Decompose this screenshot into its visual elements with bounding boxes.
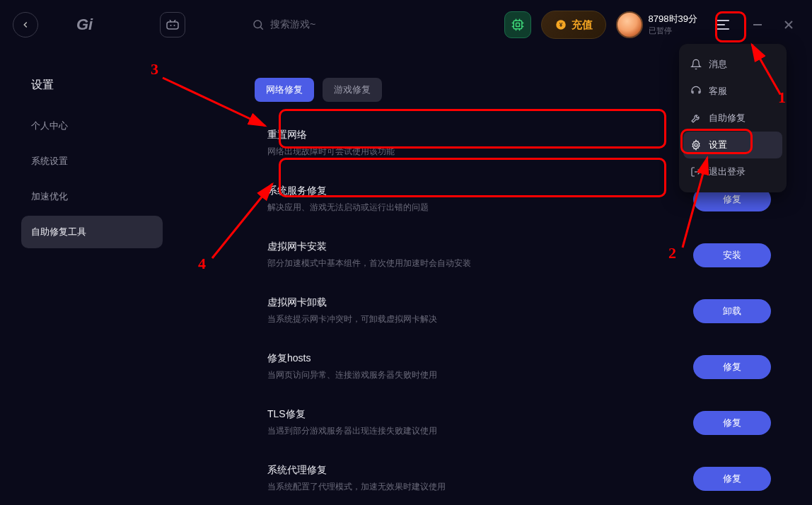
sidebar-item-system[interactable]: 系统设置 — [21, 145, 163, 178]
row-tls: TLS修复 当遇到部分游戏服务器出现连接失败建议使用 修复 — [255, 398, 784, 447]
row-hosts: 修复hosts 当网页访问异常、连接游戏服务器失败时使用 修复 — [255, 342, 784, 391]
coin-icon: ¥ — [555, 18, 567, 31]
user-time: 8798时39分 — [649, 13, 697, 25]
game-chip-icon[interactable] — [504, 11, 531, 38]
row-desc: 网络出现故障时可尝试使用该功能 — [267, 146, 693, 158]
svg-text:Gi: Gi — [76, 16, 93, 33]
sidebar-item-repair[interactable]: 自助修复工具 — [21, 216, 163, 248]
row-title: 修复hosts — [267, 352, 693, 365]
avatar — [616, 11, 643, 38]
sidebar: 设置 个人中心 系统设置 加速优化 自助修复工具 — [0, 78, 184, 505]
repair-button[interactable]: 修复 — [693, 467, 771, 491]
search-input[interactable]: 搜索游戏~ — [252, 18, 315, 31]
row-vnic-uninstall: 虚拟网卡卸载 当系统提示网卡冲突时，可卸载虚拟网卡解决 卸载 — [255, 286, 784, 335]
row-desc: 当系统配置了代理模式，加速无效果时建议使用 — [267, 481, 693, 493]
svg-line-29 — [752, 45, 780, 94]
repair-button[interactable]: 修复 — [693, 355, 771, 379]
recharge-button[interactable]: ¥ 充值 — [541, 11, 606, 39]
user-block[interactable]: 8798时39分 已暂停 — [616, 11, 697, 38]
header: Gi 搜索游戏~ ¥ 充值 8798时39分 已暂停 — [0, 0, 812, 50]
svg-line-27 — [212, 184, 272, 258]
uninstall-button[interactable]: 卸载 — [693, 299, 771, 323]
annotation-arrow-4 — [209, 177, 279, 262]
row-title: 虚拟网卡卸载 — [267, 296, 693, 309]
recharge-label: 充值 — [572, 18, 593, 32]
row-title: 重置网络 — [267, 129, 693, 141]
headset-icon — [690, 86, 702, 97]
sidebar-item-profile[interactable]: 个人中心 — [21, 110, 163, 142]
svg-point-3 — [174, 25, 175, 26]
minimize-button[interactable] — [747, 14, 768, 35]
bell-icon — [690, 59, 702, 70]
svg-rect-6 — [514, 21, 522, 29]
repair-button[interactable]: 修复 — [693, 411, 771, 435]
row-desc: 当系统提示网卡冲突时，可卸载虚拟网卡解决 — [267, 313, 693, 325]
annotation-num-2: 2 — [668, 244, 676, 262]
row-title: TLS修复 — [267, 408, 693, 421]
annotation-arrow-1 — [746, 39, 785, 99]
svg-line-5 — [260, 27, 262, 29]
svg-line-26 — [163, 78, 265, 126]
gear-icon — [690, 139, 702, 151]
menu-button[interactable] — [707, 10, 737, 40]
row-proxy: 系统代理修复 当系统配置了代理模式，加速无效果时建议使用 修复 — [255, 454, 784, 503]
svg-line-28 — [683, 158, 707, 248]
row-desc: 部分加速模式中基本组件，首次使用加速时会自动安装 — [267, 257, 693, 269]
close-button[interactable] — [778, 14, 799, 35]
svg-text:¥: ¥ — [559, 22, 562, 28]
search-icon — [252, 18, 265, 31]
tools-icon — [690, 112, 702, 124]
svg-rect-7 — [516, 23, 519, 27]
dd-self-repair[interactable]: 自助修复 — [679, 105, 787, 132]
svg-rect-1 — [167, 22, 178, 29]
user-status: 已暂停 — [649, 25, 697, 35]
row-desc: 解决应用、游戏无法启动或运行出错的问题 — [267, 202, 693, 214]
row-title: 系统代理修复 — [267, 464, 693, 477]
svg-point-4 — [254, 21, 262, 28]
row-desc: 当遇到部分游戏服务器出现连接失败建议使用 — [267, 425, 693, 437]
sidebar-item-boost[interactable]: 加速优化 — [21, 180, 163, 213]
tv-icon-button[interactable] — [160, 12, 185, 37]
tab-game[interactable]: 游戏修复 — [323, 78, 382, 102]
sidebar-title: 设置 — [21, 78, 163, 93]
annotation-num-4: 4 — [198, 255, 206, 273]
svg-point-2 — [170, 25, 172, 26]
annotation-arrow-2 — [679, 152, 714, 251]
back-button[interactable] — [13, 12, 38, 37]
svg-point-24 — [695, 144, 697, 146]
search-placeholder: 搜索游戏~ — [270, 18, 315, 31]
row-title: 虚拟网卡安装 — [267, 240, 693, 253]
annotation-arrow-3 — [156, 71, 276, 134]
row-desc: 当网页访问异常、连接游戏服务器失败时使用 — [267, 369, 693, 381]
app-logo: Gi — [76, 16, 108, 34]
row-title: 系统服务修复 — [267, 185, 693, 197]
